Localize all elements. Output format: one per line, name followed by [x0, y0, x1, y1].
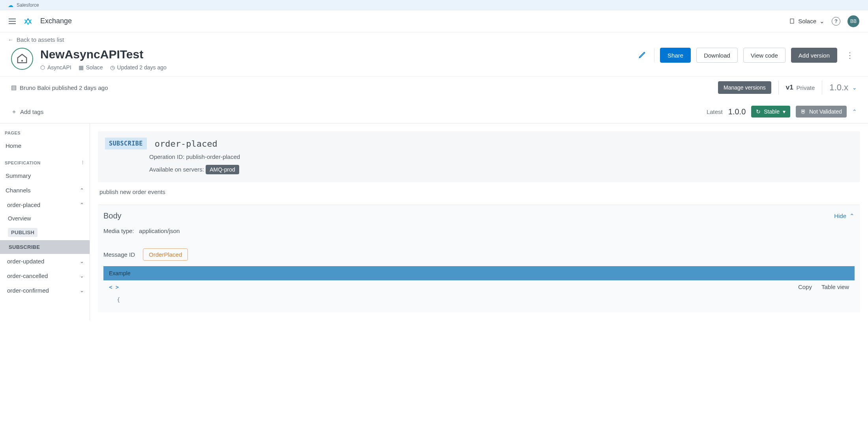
- type-icon: ⬡: [40, 64, 45, 71]
- manage-versions-button[interactable]: Manage versions: [718, 81, 771, 94]
- view-code-button[interactable]: View code: [743, 48, 786, 63]
- asset-org: Solace: [86, 64, 103, 71]
- sidebar-item-subscribe[interactable]: SUBSCRIBE: [0, 240, 90, 254]
- sidebar-item-overview[interactable]: Overview: [0, 212, 90, 225]
- version-range-selector[interactable]: 1.0.x ⌄: [829, 82, 857, 93]
- chevron-down-icon: ⌄: [80, 287, 84, 293]
- chevron-up-icon: ⌃: [80, 202, 84, 208]
- add-tags-button[interactable]: ＋ Add tags: [11, 108, 43, 116]
- sidebar-item-order-confirmed[interactable]: order-confirmed ⌄: [0, 283, 90, 298]
- hide-toggle[interactable]: Hide ⌃: [834, 213, 855, 220]
- divider: [654, 48, 654, 62]
- building-icon: [789, 18, 795, 24]
- asset-header: NewAsyncAPITest ⬡AsyncAPI ▦Solace ◷Updat…: [0, 45, 868, 76]
- media-type-value: application/json: [139, 228, 180, 234]
- latest-label: Latest: [707, 108, 723, 115]
- asset-title: NewAsyncAPITest: [40, 48, 167, 61]
- arrow-left-icon: ←: [8, 37, 13, 43]
- message-id-chip[interactable]: OrderPlaced: [143, 248, 188, 261]
- stable-badge[interactable]: ↻ Stable ▾: [751, 106, 790, 118]
- version-range: 1.0.x: [829, 82, 848, 93]
- download-button[interactable]: Download: [696, 48, 738, 63]
- server-chip: AMQ-prod: [206, 165, 239, 174]
- asset-type: AsyncAPI: [47, 64, 71, 71]
- op-id-value: publish-order-placed: [186, 153, 240, 160]
- sidebar-item-publish[interactable]: PUBLISH: [0, 225, 90, 240]
- code-body: {: [103, 293, 855, 306]
- edit-button[interactable]: [636, 49, 649, 62]
- pencil-icon: [638, 51, 646, 59]
- sidebar-item-order-placed[interactable]: order-placed ⌃: [0, 198, 90, 212]
- publish-info: Bruno Baloi published 2 days ago: [20, 84, 108, 91]
- exchange-logo-icon: [23, 16, 33, 26]
- sidebar-section-specification: SPECIFICATION ⋮: [0, 153, 90, 168]
- salesforce-label: Salesforce: [17, 2, 39, 8]
- code-toolbar: < > Copy Table view: [103, 280, 855, 293]
- share-button[interactable]: Share: [660, 48, 691, 63]
- collapse-icon[interactable]: ⌃: [852, 108, 857, 115]
- op-id-label: Operation ID:: [149, 153, 184, 160]
- operation-box: SUBSCRIBE order-placed Operation ID: pub…: [98, 131, 860, 182]
- not-validated-badge: ⛨ Not Validated: [796, 106, 847, 118]
- app-header: Exchange Solace ⌄ ? BB: [0, 10, 868, 32]
- sidebar-section-pages: PAGES: [0, 123, 90, 138]
- add-tags-label: Add tags: [20, 108, 43, 115]
- clock-icon: ◷: [110, 64, 115, 71]
- calendar-icon: ▤: [11, 84, 17, 91]
- divider: [822, 80, 822, 95]
- sidebar-item-home[interactable]: Home: [0, 138, 90, 153]
- chevron-up-icon: ⌃: [80, 187, 84, 193]
- sidebar-item-channels[interactable]: Channels ⌃: [0, 183, 90, 198]
- back-label: Back to assets list: [17, 36, 64, 43]
- back-bar: ← Back to assets list: [0, 32, 868, 45]
- menu-icon[interactable]: [9, 19, 16, 24]
- svg-point-3: [22, 60, 22, 61]
- body-title: Body: [103, 211, 122, 220]
- operation-name: order-placed: [155, 139, 217, 149]
- chevron-down-icon: ⌄: [80, 258, 84, 264]
- secondary-row: ▤ Bruno Baloi published 2 days ago Manag…: [0, 76, 868, 100]
- body-card: Body Hide ⌃ Media type: application/json…: [98, 205, 860, 312]
- plus-icon: ＋: [11, 108, 17, 116]
- shield-icon: ⛨: [801, 108, 806, 115]
- chevron-down-icon: ⌄: [852, 84, 857, 91]
- example-header: Example: [103, 266, 855, 280]
- more-icon[interactable]: ⋮: [81, 160, 85, 165]
- sidebar-item-summary[interactable]: Summary: [0, 168, 90, 183]
- message-id-label: Message ID: [103, 251, 135, 258]
- avatar[interactable]: BB: [847, 15, 859, 27]
- cloud-icon: ☁: [8, 2, 13, 8]
- operation-verb-badge: SUBSCRIBE: [105, 138, 147, 149]
- latest-version: 1.0.0: [728, 107, 746, 116]
- sidebar-item-order-cancelled[interactable]: order-cancelled ⌄: [0, 269, 90, 283]
- code-icon[interactable]: < >: [109, 284, 119, 290]
- sidebar: PAGES Home SPECIFICATION ⋮ Summary Chann…: [0, 123, 90, 321]
- chevron-down-icon: ⌄: [819, 18, 825, 25]
- servers-label: Available on servers:: [149, 166, 204, 173]
- more-icon[interactable]: ⋮: [843, 49, 857, 62]
- back-link[interactable]: ← Back to assets list: [8, 36, 64, 43]
- add-version-button[interactable]: Add version: [791, 48, 837, 63]
- refresh-icon: ↻: [756, 108, 761, 115]
- tags-row: ＋ Add tags Latest 1.0.0 ↻ Stable ▾ ⛨ Not…: [0, 100, 868, 123]
- chevron-up-icon: ⌃: [849, 213, 855, 220]
- org-name: Solace: [798, 18, 816, 24]
- table-view-button[interactable]: Table view: [821, 284, 849, 290]
- sidebar-item-order-updated[interactable]: order-updated ⌄: [0, 254, 90, 269]
- divider: [778, 80, 779, 95]
- copy-button[interactable]: Copy: [798, 284, 812, 290]
- asset-updated: Updated 2 days ago: [117, 64, 167, 71]
- building-icon: ▦: [79, 64, 84, 71]
- version-major: v1: [786, 84, 793, 91]
- org-selector[interactable]: Solace ⌄: [789, 18, 825, 25]
- chevron-down-icon: ⌄: [80, 273, 84, 279]
- salesforce-bar: ☁ Salesforce: [0, 0, 868, 10]
- main-layout: PAGES Home SPECIFICATION ⋮ Summary Chann…: [0, 123, 868, 321]
- product-title: Exchange: [40, 17, 72, 25]
- help-icon[interactable]: ?: [832, 17, 840, 26]
- caret-down-icon: ▾: [783, 108, 786, 115]
- media-type-label: Media type:: [103, 228, 134, 234]
- svg-rect-0: [790, 19, 794, 23]
- asset-meta: ⬡AsyncAPI ▦Solace ◷Updated 2 days ago: [40, 64, 167, 71]
- version-visibility: Private: [797, 84, 815, 91]
